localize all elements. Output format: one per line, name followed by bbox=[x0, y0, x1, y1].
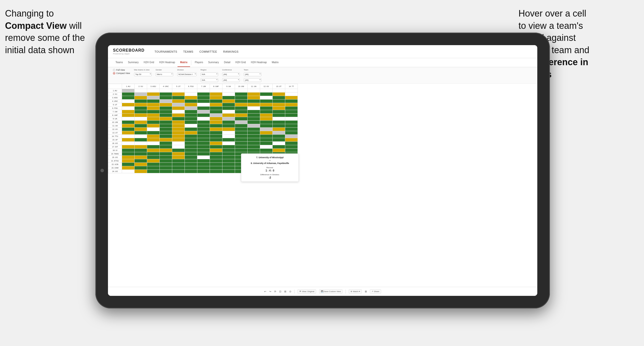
cell-r7-c4[interactable] bbox=[172, 114, 185, 117]
cell-r2-c11[interactable] bbox=[260, 96, 273, 100]
cell-r12-c0[interactable] bbox=[122, 131, 135, 135]
cell-r17-c7[interactable] bbox=[210, 149, 222, 152]
cell-r20-c4[interactable] bbox=[172, 159, 185, 163]
cell-r7-c5[interactable] bbox=[185, 114, 197, 117]
cell-r4-c5[interactable] bbox=[185, 103, 197, 107]
cell-r6-c13[interactable] bbox=[285, 110, 298, 114]
cell-r20-c8[interactable] bbox=[222, 159, 235, 163]
cell-r4-c8[interactable] bbox=[222, 103, 235, 107]
refresh-icon[interactable]: ⟳ bbox=[274, 290, 276, 293]
cell-r6-c5[interactable] bbox=[185, 110, 197, 114]
cell-r9-c6[interactable] bbox=[197, 121, 210, 124]
sub-nav-h2h-heatmap-1[interactable]: H2H Heatmap bbox=[157, 58, 178, 67]
cell-r9-c10[interactable] bbox=[248, 121, 260, 124]
cell-r11-c13[interactable] bbox=[285, 128, 298, 131]
cell-r10-c0[interactable] bbox=[122, 124, 135, 128]
cell-r16-c13[interactable] bbox=[285, 145, 298, 149]
cell-r21-c7[interactable] bbox=[210, 163, 222, 166]
cell-r1-c10[interactable] bbox=[248, 93, 260, 96]
cell-r10-c4[interactable] bbox=[172, 124, 185, 128]
cell-r13-c1[interactable] bbox=[135, 135, 147, 138]
cell-r8-c12[interactable] bbox=[273, 117, 285, 121]
cell-r11-c4[interactable] bbox=[172, 128, 185, 131]
cell-r19-c3[interactable] bbox=[160, 156, 172, 159]
conf-select[interactable]: (All) bbox=[222, 72, 240, 76]
cell-r16-c11[interactable] bbox=[260, 145, 273, 149]
cell-r22-c5[interactable] bbox=[185, 166, 197, 170]
cell-r21-c1[interactable] bbox=[135, 163, 147, 166]
cell-r18-c0[interactable] bbox=[122, 152, 135, 156]
cell-r20-c5[interactable] bbox=[185, 159, 197, 163]
cell-r16-c9[interactable] bbox=[235, 145, 248, 149]
cell-r17-c3[interactable] bbox=[160, 149, 172, 152]
cell-r23-c7[interactable] bbox=[210, 170, 222, 173]
cell-r15-c5[interactable] bbox=[185, 142, 197, 145]
cell-r18-c7[interactable] bbox=[210, 152, 222, 156]
cell-r15-c11[interactable] bbox=[260, 142, 273, 145]
cell-r2-c10[interactable] bbox=[248, 96, 260, 100]
sub-nav-summary-1[interactable]: Summary bbox=[125, 58, 141, 67]
cell-r12-c9[interactable] bbox=[235, 131, 248, 135]
sub-nav-teams[interactable]: Teams bbox=[113, 58, 125, 67]
cell-r5-c13[interactable] bbox=[285, 107, 298, 110]
cell-r16-c12[interactable] bbox=[273, 145, 285, 149]
cell-r15-c10[interactable] bbox=[248, 142, 260, 145]
compact-view-circle[interactable] bbox=[113, 72, 115, 74]
cell-r21-c6[interactable] bbox=[197, 163, 210, 166]
cell-r7-c8[interactable] bbox=[222, 114, 235, 117]
cell-r22-c0[interactable] bbox=[122, 166, 135, 170]
cell-r3-c4[interactable] bbox=[172, 100, 185, 103]
cell-r5-c4[interactable] bbox=[172, 107, 185, 110]
cell-r1-c8[interactable] bbox=[222, 93, 235, 96]
cell-r8-c8[interactable] bbox=[222, 117, 235, 121]
cell-r9-c7[interactable] bbox=[210, 121, 222, 124]
cell-r0-c7[interactable] bbox=[210, 89, 222, 93]
cell-r5-c7[interactable] bbox=[210, 107, 222, 110]
team-select2-wrapper[interactable]: (All) bbox=[244, 77, 261, 82]
cell-r16-c5[interactable] bbox=[185, 145, 197, 149]
cell-r5-c10[interactable] bbox=[248, 107, 260, 110]
cell-r5-c6[interactable] bbox=[197, 107, 210, 110]
cell-r19-c7[interactable] bbox=[210, 156, 222, 159]
cell-r8-c3[interactable] bbox=[160, 117, 172, 121]
cell-r17-c8[interactable] bbox=[222, 149, 235, 152]
cell-r3-c2[interactable] bbox=[147, 100, 160, 103]
cell-r9-c13[interactable] bbox=[285, 121, 298, 124]
cell-r2-c9[interactable] bbox=[235, 96, 248, 100]
cell-r21-c8[interactable] bbox=[222, 163, 235, 166]
cell-r11-c12[interactable] bbox=[273, 128, 285, 131]
cell-r14-c13[interactable] bbox=[285, 138, 298, 142]
cell-r0-c2[interactable] bbox=[147, 89, 160, 93]
cell-r2-c7[interactable] bbox=[210, 96, 222, 100]
cell-r8-c6[interactable] bbox=[197, 117, 210, 121]
cell-r21-c2[interactable] bbox=[147, 163, 160, 166]
cell-r17-c4[interactable] bbox=[172, 149, 185, 152]
nav-tournaments[interactable]: TOURNAMENTS bbox=[155, 49, 177, 54]
cell-r14-c11[interactable] bbox=[260, 138, 273, 142]
cell-r10-c12[interactable] bbox=[273, 124, 285, 128]
cell-r20-c1[interactable] bbox=[135, 159, 147, 163]
cell-r2-c12[interactable] bbox=[273, 96, 285, 100]
cell-r18-c6[interactable] bbox=[197, 152, 210, 156]
cell-r16-c6[interactable] bbox=[197, 145, 210, 149]
cell-r6-c3[interactable] bbox=[160, 110, 172, 114]
cell-r6-c2[interactable] bbox=[147, 110, 160, 114]
cell-r5-c0[interactable] bbox=[122, 107, 135, 110]
cell-r14-c1[interactable] bbox=[135, 138, 147, 142]
cell-r14-c0[interactable] bbox=[122, 138, 135, 142]
cell-r10-c1[interactable] bbox=[135, 124, 147, 128]
cell-r4-c13[interactable] bbox=[285, 103, 298, 107]
cell-r12-c3[interactable] bbox=[160, 131, 172, 135]
division-select[interactable]: NCAA Division I bbox=[177, 72, 197, 76]
cell-r17-c13[interactable] bbox=[285, 149, 298, 152]
cell-r15-c1[interactable] bbox=[135, 142, 147, 145]
cell-r12-c1[interactable] bbox=[135, 131, 147, 135]
conf-select2[interactable]: (All) bbox=[222, 78, 240, 82]
cell-r11-c7[interactable] bbox=[210, 128, 222, 131]
cell-r10-c11[interactable] bbox=[260, 124, 273, 128]
cell-r23-c8[interactable] bbox=[222, 170, 235, 173]
cell-r2-c2[interactable] bbox=[147, 96, 160, 100]
cell-r5-c1[interactable] bbox=[135, 107, 147, 110]
cell-r9-c12[interactable] bbox=[273, 121, 285, 124]
cell-r15-c2[interactable] bbox=[147, 142, 160, 145]
